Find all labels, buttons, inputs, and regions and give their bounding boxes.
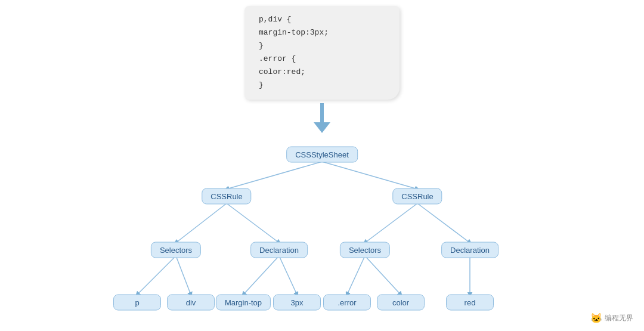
svg-line-8 [243,256,279,295]
svg-line-1 [322,162,417,189]
node-3px: 3px [273,294,321,310]
node-cssstylesheet: CSSStyleSheet [286,146,358,162]
code-line-2: margin-top:3px; [259,26,385,39]
watermark-icon: 🐱 [590,313,602,324]
code-box: p,div { margin-top:3px; } .error { color… [244,6,400,100]
code-line-3: } [259,39,385,52]
svg-line-6 [137,256,176,295]
node-margin-top: Margin-top [216,294,271,310]
node-cssrule-right: CSSRule [392,188,442,204]
tree-lines-svg [66,137,578,321]
svg-line-3 [227,203,279,243]
svg-line-7 [176,256,191,295]
svg-line-11 [365,256,401,295]
code-line-5: color:red; [259,66,385,79]
node-p: p [113,294,161,310]
node-div: div [167,294,215,310]
down-arrow [314,103,330,133]
tree-diagram: CSSStyleSheet CSSRule CSSRule Selectors … [66,137,578,321]
node-error: .error [323,294,371,310]
node-selectors-right: Selectors [340,242,390,258]
main-container: p,div { margin-top:3px; } .error { color… [0,0,644,331]
svg-line-9 [279,256,297,295]
svg-line-4 [365,203,417,243]
node-color: color [377,294,425,310]
node-declaration-left: Declaration [250,242,308,258]
code-line-1: p,div { [259,13,385,26]
svg-line-10 [347,256,365,295]
svg-line-2 [176,203,227,243]
node-cssrule-left: CSSRule [202,188,251,204]
node-red: red [446,294,494,310]
code-line-6: } [259,79,385,92]
svg-line-5 [417,203,470,243]
watermark-text: 编程无界 [605,313,633,323]
node-declaration-right: Declaration [441,242,499,258]
watermark: 🐱 编程无界 [590,313,633,324]
svg-line-0 [227,162,322,189]
code-line-4: .error { [259,52,385,66]
node-selectors-left: Selectors [151,242,201,258]
